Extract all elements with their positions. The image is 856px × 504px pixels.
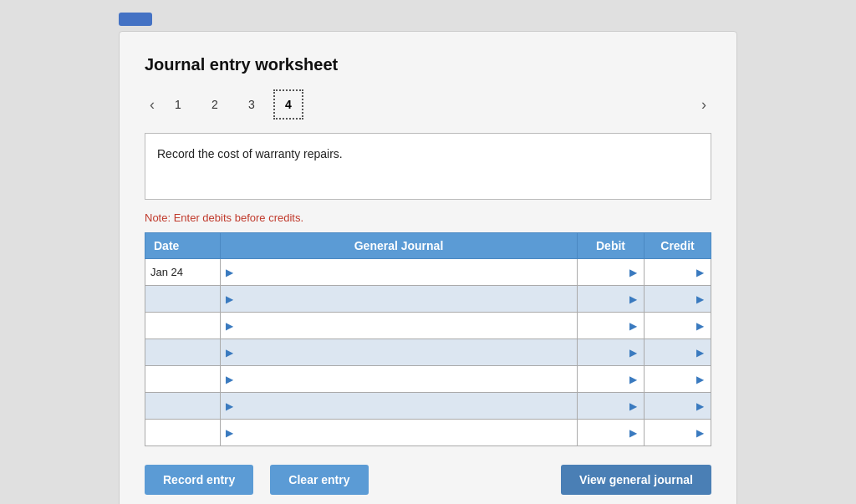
date-cell-5	[145, 393, 221, 420]
credit-cell-6[interactable]: ▶	[645, 420, 711, 446]
credit-cell-5[interactable]: ▶	[645, 393, 711, 420]
record-entry-button[interactable]: Record entry	[145, 465, 253, 495]
header-debit: Debit	[578, 233, 645, 259]
header-date: Date	[145, 233, 221, 259]
journal-table: Date General Journal Debit Credit Jan 24…	[145, 232, 711, 446]
journal-cell-3[interactable]: ▶	[221, 339, 578, 366]
credit-cell-4[interactable]: ▶	[645, 366, 711, 393]
credit-cell-2[interactable]: ▶	[645, 313, 711, 339]
table-row: ▶ ▶ ▶	[145, 366, 711, 393]
date-cell-2	[145, 313, 221, 339]
date-cell-6	[145, 420, 221, 446]
table-row: ▶ ▶ ▶	[145, 420, 711, 446]
description-text: Record the cost of warranty repairs.	[157, 147, 343, 160]
step-1[interactable]: 1	[163, 89, 193, 120]
card-title: Journal entry worksheet	[145, 55, 711, 74]
table-row: ▶ ▶ ▶	[145, 339, 711, 366]
step-4[interactable]: 4	[273, 89, 303, 120]
debit-cell-0[interactable]: ▶	[578, 259, 645, 286]
clear-entry-button[interactable]: Clear entry	[270, 465, 368, 495]
debit-cell-5[interactable]: ▶	[578, 393, 645, 420]
note-text: Note: Enter debits before credits.	[145, 211, 711, 224]
journal-cell-5[interactable]: ▶	[221, 393, 578, 420]
prev-arrow[interactable]: ‹	[145, 94, 160, 115]
journal-cell-6[interactable]: ▶	[221, 420, 578, 446]
button-row: Record entry Clear entry View general jo…	[145, 465, 711, 495]
date-cell-3	[145, 339, 221, 366]
date-cell-1	[145, 286, 221, 313]
header-credit: Credit	[645, 233, 711, 259]
credit-cell-1[interactable]: ▶	[645, 286, 711, 313]
journal-cell-4[interactable]: ▶	[221, 366, 578, 393]
step-2[interactable]: 2	[200, 89, 230, 120]
debit-cell-4[interactable]: ▶	[578, 366, 645, 393]
table-row: ▶ ▶ ▶	[145, 313, 711, 339]
page-wrapper: Journal entry worksheet ‹ 1 2 3 4 › Reco…	[0, 0, 856, 504]
table-row: Jan 24 ▶ ▶ ▶	[145, 259, 711, 286]
credit-cell-3[interactable]: ▶	[645, 339, 711, 366]
step-3[interactable]: 3	[237, 89, 267, 120]
top-blue-button[interactable]	[119, 13, 152, 26]
debit-cell-3[interactable]: ▶	[578, 339, 645, 366]
header-general-journal: General Journal	[221, 233, 578, 259]
view-general-journal-button[interactable]: View general journal	[561, 465, 711, 495]
debit-cell-6[interactable]: ▶	[578, 420, 645, 446]
date-cell-4	[145, 366, 221, 393]
step-navigation: ‹ 1 2 3 4 ›	[145, 89, 711, 120]
debit-cell-1[interactable]: ▶	[578, 286, 645, 313]
table-row: ▶ ▶ ▶	[145, 286, 711, 313]
date-cell-0: Jan 24	[145, 259, 221, 286]
next-arrow[interactable]: ›	[696, 94, 711, 115]
journal-cell-1[interactable]: ▶	[221, 286, 578, 313]
description-box: Record the cost of warranty repairs.	[145, 133, 711, 200]
journal-cell-0[interactable]: ▶	[221, 259, 578, 286]
journal-card: Journal entry worksheet ‹ 1 2 3 4 › Reco…	[119, 31, 737, 504]
debit-cell-2[interactable]: ▶	[578, 313, 645, 339]
credit-cell-0[interactable]: ▶	[645, 259, 711, 286]
journal-cell-2[interactable]: ▶	[221, 313, 578, 339]
table-row: ▶ ▶ ▶	[145, 393, 711, 420]
